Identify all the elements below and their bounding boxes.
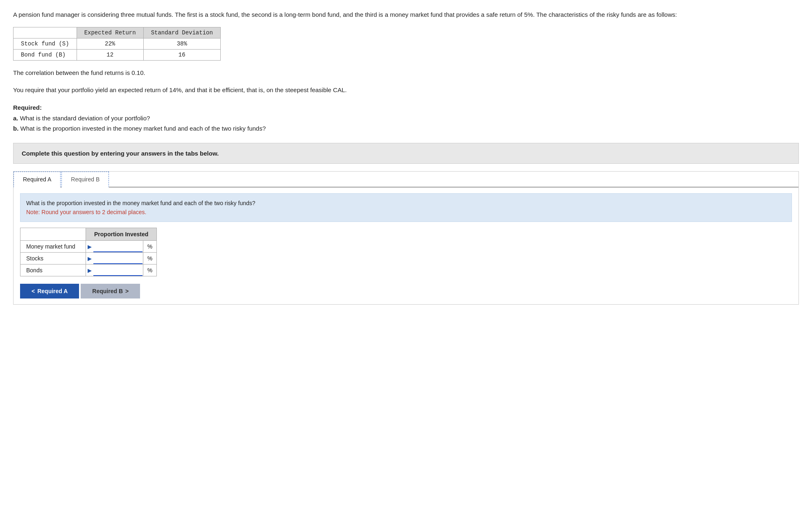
required-part-a: a. What is the standard deviation of you…: [13, 113, 799, 124]
stock-expected-return: 22%: [77, 38, 143, 50]
money-market-input-cell: ▶: [86, 241, 143, 253]
table-row: Bond fund (B) 12 16: [14, 50, 221, 61]
required-part-b: b. What is the proportion invested in th…: [13, 123, 799, 134]
stock-std-dev: 38%: [143, 38, 220, 50]
part-b-text: What is the proportion invested in the m…: [20, 125, 266, 132]
correlation-text: The correlation between the fund returns…: [13, 68, 799, 78]
prev-button[interactable]: < Required A: [20, 284, 79, 298]
stock-fund-label: Stock fund (S): [14, 38, 77, 50]
tab-required-a[interactable]: Required A: [14, 172, 61, 188]
bond-std-dev: 16: [143, 50, 220, 61]
stocks-label: Stocks: [20, 253, 86, 265]
bonds-input[interactable]: [93, 265, 142, 276]
complete-box: Complete this question by entering your …: [13, 143, 799, 164]
part-a-letter: a.: [13, 115, 18, 122]
answer-col-label: [20, 228, 86, 241]
money-market-label: Money market fund: [20, 241, 86, 253]
yield-text: You require that your portfolio yield an…: [13, 85, 799, 95]
nav-buttons: < Required A Required B >: [20, 284, 792, 298]
tab-question-box: What is the proportion invested in the m…: [20, 193, 792, 222]
table-row: Bonds ▶ %: [20, 265, 157, 276]
stocks-pct: %: [143, 253, 157, 265]
money-market-pct: %: [143, 241, 157, 253]
tab-question-text: What is the proportion invested in the m…: [26, 200, 256, 206]
tab-b-content: What is the proportion invested in the m…: [14, 188, 798, 305]
prev-button-label: Required A: [37, 288, 68, 294]
tab-note-text: Note: Round your answers to 2 decimal pl…: [26, 209, 146, 215]
bonds-arrow: ▶: [86, 267, 93, 274]
bonds-pct: %: [143, 265, 157, 276]
tabs-header: Required A Required B: [14, 172, 798, 188]
intro-paragraph: A pension fund manager is considering th…: [13, 10, 799, 20]
prev-chevron: <: [32, 288, 35, 294]
bonds-input-cell: ▶: [86, 265, 143, 276]
next-button-label: Required B: [92, 288, 123, 294]
bond-fund-label: Bond fund (B): [14, 50, 77, 61]
next-chevron: >: [125, 288, 129, 294]
required-label: Required:: [13, 104, 42, 111]
money-market-input[interactable]: [93, 241, 142, 252]
tabs-container: Required A Required B What is the propor…: [13, 171, 799, 305]
table-row: Stocks ▶ %: [20, 253, 157, 265]
money-market-arrow: ▶: [86, 244, 93, 250]
tab-required-b[interactable]: Required B: [61, 172, 109, 188]
col-header-expected-return: Expected Return: [77, 27, 143, 38]
answer-table: Proportion Invested Money market fund ▶ …: [20, 228, 157, 276]
part-a-text: What is the standard deviation of your p…: [20, 115, 150, 122]
bond-expected-return: 12: [77, 50, 143, 61]
stocks-input[interactable]: [93, 253, 142, 264]
table-row: Stock fund (S) 22% 38%: [14, 38, 221, 50]
stocks-arrow: ▶: [86, 256, 93, 262]
fund-data-table: Expected Return Standard Deviation Stock…: [13, 27, 221, 61]
col-header-empty: [14, 27, 77, 38]
next-button[interactable]: Required B >: [81, 284, 140, 298]
bonds-label: Bonds: [20, 265, 86, 276]
stocks-input-cell: ▶: [86, 253, 143, 265]
required-section: Required: a. What is the standard deviat…: [13, 102, 799, 134]
answer-col-proportion: Proportion Invested: [86, 228, 157, 241]
table-row: Money market fund ▶ %: [20, 241, 157, 253]
complete-box-text: Complete this question by entering your …: [22, 150, 219, 157]
col-header-std-dev: Standard Deviation: [143, 27, 220, 38]
part-b-letter: b.: [13, 125, 18, 132]
